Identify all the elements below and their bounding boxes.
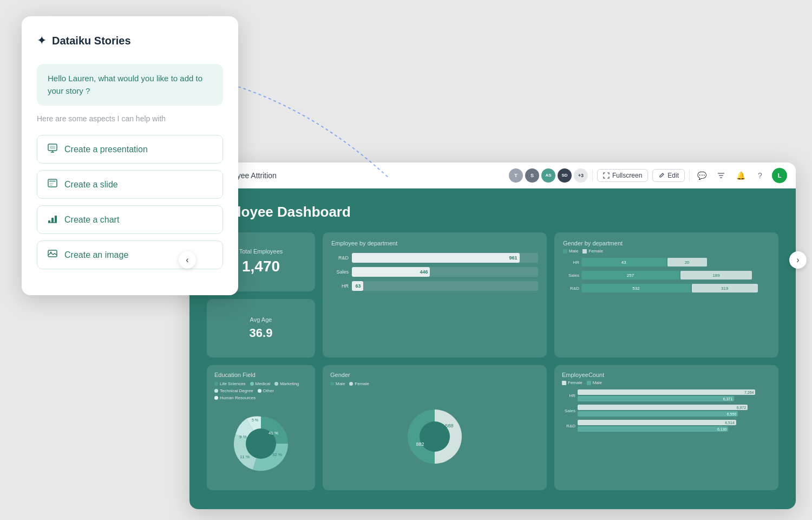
gender-bar-hr: HR 43 20 <box>563 258 770 266</box>
image-icon <box>47 248 58 262</box>
legend-medical: Medical <box>250 381 271 386</box>
total-employees-value: 1,470 <box>242 258 280 275</box>
comment-icon[interactable]: 💬 <box>694 168 709 183</box>
edit-button[interactable]: Edit <box>652 169 685 182</box>
svg-text:9 %: 9 % <box>239 434 247 439</box>
total-employees-label: Total Employees <box>239 248 283 255</box>
ai-subtitle: Here are some aspects I can help with <box>37 114 223 123</box>
legend-technical: Technical Degree <box>214 388 253 393</box>
gender-title: Gender <box>330 372 539 378</box>
avatar-t: T <box>509 168 523 183</box>
legend-emp-female: Female <box>562 380 582 385</box>
legend-emp-male: Male <box>587 380 602 385</box>
dashboard-grid: Total Employees 1,470 Avg Age 36.9 Emplo… <box>207 232 778 490</box>
ai-greeting-text: Hello Lauren, what would you like to add… <box>48 74 202 95</box>
avg-age-card: Avg Age 36.9 <box>207 299 315 358</box>
ai-panel-title: Dataiku Stories <box>52 35 131 47</box>
avatar-more[interactable]: +3 <box>574 168 588 183</box>
legend-gender-female: Female <box>349 381 369 386</box>
dept-chart-title: Employee by department <box>331 240 538 246</box>
dashboard-content: Employee Dashboard Total Employees 1,470… <box>189 188 796 509</box>
dashboard-window: ⊙ Employee Attrition T S AS SD +3 Fullsc… <box>189 162 796 509</box>
dept-bar-hr: HR 63 <box>331 281 538 291</box>
emp-bar-hr: HR 7,264 6,371 <box>562 389 771 401</box>
svg-rect-3 <box>50 146 55 149</box>
presentation-icon <box>47 142 58 156</box>
create-slide-button[interactable]: Create a slide <box>37 170 223 199</box>
dept-chart-card: Employee by department R&D 961 Sales 446… <box>323 232 547 358</box>
dashboard-title: Employee Dashboard <box>207 204 778 220</box>
dept-bar-rd: R&D 961 <box>331 253 538 263</box>
gender-bar-rd: R&D 532 319 <box>563 284 770 292</box>
svg-text:588: 588 <box>445 423 453 428</box>
avg-age-label: Avg Age <box>250 316 272 323</box>
emp-count-title: EmployeeCount <box>562 372 771 378</box>
filter-icon[interactable] <box>713 168 729 183</box>
ai-panel-header: ✦ Dataiku Stories <box>37 34 223 48</box>
toolbar-divider-2 <box>689 170 690 181</box>
gender-donut-chart: 588 882 <box>405 407 464 466</box>
svg-rect-6 <box>49 183 54 184</box>
svg-text:11 %: 11 % <box>240 454 250 459</box>
legend-marketing: Marketing <box>274 381 299 386</box>
fullscreen-button[interactable]: Fullscreen <box>597 169 648 182</box>
svg-text:882: 882 <box>416 441 424 447</box>
dotted-connector <box>238 87 401 195</box>
svg-text:32 %: 32 % <box>272 452 282 457</box>
svg-text:41 %: 41 % <box>269 431 278 435</box>
svg-rect-12 <box>48 250 57 257</box>
legend-male: Male <box>563 249 578 253</box>
svg-rect-9 <box>51 218 54 223</box>
sparkle-icon: ✦ <box>37 34 47 48</box>
avatar-s: S <box>525 168 539 183</box>
gender-bar-sales: Sales 257 189 <box>563 271 770 280</box>
create-image-button[interactable]: Create an image <box>37 240 223 269</box>
create-slide-label: Create a slide <box>64 180 118 190</box>
emp-bar-rd: R&D 6,514 6,130 <box>562 420 771 432</box>
notification-icon[interactable]: 🔔 <box>733 168 748 183</box>
education-donut-chart: 41 % 32 % 11 % 9 % 5 % <box>231 414 291 473</box>
gender-card: Gender Male Female <box>323 365 547 490</box>
slide-icon <box>47 178 58 191</box>
emp-bar-sales: Sales 6,972 6,550 <box>562 405 771 417</box>
svg-text:5 %: 5 % <box>252 418 258 422</box>
help-icon[interactable]: ? <box>752 168 768 183</box>
create-chart-label: Create a chart <box>64 215 119 225</box>
legend-life-sciences: Life Sciences <box>214 381 246 386</box>
avg-age-value: 36.9 <box>250 326 273 340</box>
create-image-label: Create an image <box>64 250 128 260</box>
legend-female: Female <box>582 249 603 253</box>
legend-hr-edu: Human Resources <box>214 395 256 400</box>
emp-count-card: EmployeeCount Female Male HR 7,264 6,371 <box>554 365 778 490</box>
svg-rect-7 <box>49 185 53 186</box>
ai-panel: ✦ Dataiku Stories Hello Lauren, what wou… <box>22 16 238 295</box>
education-card: Education Field Life Sciences Medical Ma… <box>207 365 315 490</box>
gender-dept-title: Gender by department <box>563 240 770 246</box>
create-presentation-label: Create a presentation <box>64 145 148 154</box>
svg-rect-10 <box>55 216 57 223</box>
create-chart-button[interactable]: Create a chart <box>37 205 223 234</box>
toolbar-divider-1 <box>592 170 593 181</box>
chart-icon <box>47 213 58 226</box>
create-presentation-button[interactable]: Create a presentation <box>37 135 223 164</box>
next-slide-button[interactable]: › <box>789 251 807 269</box>
prev-slide-button[interactable]: ‹ <box>179 251 196 269</box>
legend-other: Other <box>258 388 274 393</box>
avatar-as: AS <box>541 168 555 183</box>
toolbar-avatars: T S AS SD +3 <box>509 168 588 183</box>
ai-greeting-bubble: Hello Lauren, what would you like to add… <box>37 64 223 106</box>
education-title: Education Field <box>214 372 307 378</box>
avatar-sd: SD <box>558 168 572 183</box>
gender-dept-card: Gender by department Male Female HR 43 <box>554 232 778 358</box>
user-avatar[interactable]: L <box>772 168 787 183</box>
dept-bar-sales: Sales 446 <box>331 267 538 277</box>
svg-rect-5 <box>49 180 56 182</box>
legend-gender-male: Male <box>330 381 345 386</box>
